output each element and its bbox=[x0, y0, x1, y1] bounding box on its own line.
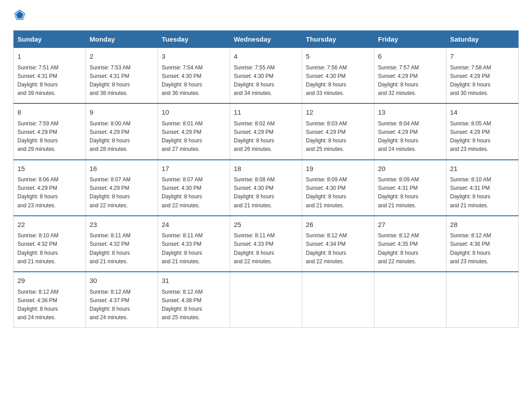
calendar-day-cell: 26Sunrise: 8:12 AMSunset: 4:34 PMDayligh… bbox=[302, 216, 374, 272]
header-saturday: Saturday bbox=[446, 31, 519, 48]
day-number: 10 bbox=[162, 107, 226, 118]
day-info: Sunrise: 8:07 AMSunset: 4:30 PMDaylight:… bbox=[162, 176, 226, 210]
page-header bbox=[13, 9, 519, 21]
day-number: 22 bbox=[17, 220, 82, 230]
header-friday: Friday bbox=[374, 31, 446, 48]
day-number: 3 bbox=[162, 51, 226, 62]
calendar-day-cell: 7Sunrise: 7:58 AMSunset: 4:29 PMDaylight… bbox=[446, 48, 519, 104]
day-number: 9 bbox=[90, 107, 154, 118]
day-info: Sunrise: 8:01 AMSunset: 4:29 PMDaylight:… bbox=[162, 120, 226, 154]
day-number: 16 bbox=[90, 164, 154, 174]
day-number: 31 bbox=[162, 276, 226, 286]
calendar-day-cell: 8Sunrise: 7:59 AMSunset: 4:29 PMDaylight… bbox=[14, 103, 86, 159]
header-wednesday: Wednesday bbox=[230, 31, 302, 48]
day-info: Sunrise: 8:12 AMSunset: 4:37 PMDaylight:… bbox=[90, 288, 154, 322]
day-info: Sunrise: 8:00 AMSunset: 4:29 PMDaylight:… bbox=[90, 120, 154, 154]
calendar-day-cell bbox=[374, 272, 446, 328]
day-info: Sunrise: 8:10 AMSunset: 4:31 PMDaylight:… bbox=[450, 176, 515, 210]
calendar-header-row: Sunday Monday Tuesday Wednesday Thursday… bbox=[14, 31, 519, 48]
day-info: Sunrise: 8:11 AMSunset: 4:32 PMDaylight:… bbox=[90, 231, 154, 266]
calendar-day-cell: 19Sunrise: 8:09 AMSunset: 4:30 PMDayligh… bbox=[302, 160, 374, 216]
day-info: Sunrise: 7:57 AMSunset: 4:29 PMDaylight:… bbox=[378, 64, 442, 98]
calendar-day-cell bbox=[302, 272, 374, 328]
calendar-day-cell: 3Sunrise: 7:54 AMSunset: 4:30 PMDaylight… bbox=[158, 48, 230, 104]
day-info: Sunrise: 8:12 AMSunset: 4:38 PMDaylight:… bbox=[162, 288, 226, 322]
calendar-day-cell: 11Sunrise: 8:02 AMSunset: 4:29 PMDayligh… bbox=[230, 103, 302, 159]
calendar-table: Sunday Monday Tuesday Wednesday Thursday… bbox=[13, 30, 519, 328]
day-number: 6 bbox=[378, 51, 442, 62]
day-info: Sunrise: 8:07 AMSunset: 4:29 PMDaylight:… bbox=[90, 176, 154, 210]
day-info: Sunrise: 8:11 AMSunset: 4:33 PMDaylight:… bbox=[162, 231, 226, 266]
calendar-week-row: 22Sunrise: 8:10 AMSunset: 4:32 PMDayligh… bbox=[14, 216, 519, 272]
day-number: 14 bbox=[450, 107, 515, 118]
calendar-day-cell: 20Sunrise: 8:09 AMSunset: 4:31 PMDayligh… bbox=[374, 160, 446, 216]
calendar-day-cell: 21Sunrise: 8:10 AMSunset: 4:31 PMDayligh… bbox=[446, 160, 519, 216]
day-number: 1 bbox=[17, 51, 82, 62]
calendar-day-cell: 1Sunrise: 7:51 AMSunset: 4:31 PMDaylight… bbox=[14, 48, 86, 104]
day-info: Sunrise: 7:58 AMSunset: 4:29 PMDaylight:… bbox=[450, 64, 515, 98]
day-number: 26 bbox=[306, 220, 370, 230]
day-info: Sunrise: 8:03 AMSunset: 4:29 PMDaylight:… bbox=[306, 120, 370, 154]
day-number: 21 bbox=[450, 164, 515, 174]
day-number: 19 bbox=[306, 164, 370, 174]
day-number: 30 bbox=[90, 276, 154, 286]
calendar-day-cell: 5Sunrise: 7:56 AMSunset: 4:30 PMDaylight… bbox=[302, 48, 374, 104]
day-number: 7 bbox=[450, 51, 515, 62]
calendar-day-cell bbox=[446, 272, 519, 328]
calendar-day-cell: 18Sunrise: 8:08 AMSunset: 4:30 PMDayligh… bbox=[230, 160, 302, 216]
day-info: Sunrise: 7:54 AMSunset: 4:30 PMDaylight:… bbox=[162, 64, 226, 98]
header-monday: Monday bbox=[86, 31, 158, 48]
day-number: 11 bbox=[234, 107, 298, 118]
day-number: 18 bbox=[234, 164, 298, 174]
day-info: Sunrise: 8:04 AMSunset: 4:29 PMDaylight:… bbox=[378, 120, 442, 154]
calendar-day-cell bbox=[230, 272, 302, 328]
calendar-day-cell: 4Sunrise: 7:55 AMSunset: 4:30 PMDaylight… bbox=[230, 48, 302, 104]
calendar-day-cell: 30Sunrise: 8:12 AMSunset: 4:37 PMDayligh… bbox=[86, 272, 158, 328]
day-info: Sunrise: 7:59 AMSunset: 4:29 PMDaylight:… bbox=[17, 120, 82, 154]
header-sunday: Sunday bbox=[14, 31, 86, 48]
calendar-week-row: 15Sunrise: 8:06 AMSunset: 4:29 PMDayligh… bbox=[14, 160, 519, 216]
day-info: Sunrise: 8:11 AMSunset: 4:33 PMDaylight:… bbox=[234, 231, 298, 266]
calendar-day-cell: 22Sunrise: 8:10 AMSunset: 4:32 PMDayligh… bbox=[14, 216, 86, 272]
header-tuesday: Tuesday bbox=[158, 31, 230, 48]
calendar-day-cell: 6Sunrise: 7:57 AMSunset: 4:29 PMDaylight… bbox=[374, 48, 446, 104]
day-info: Sunrise: 7:56 AMSunset: 4:30 PMDaylight:… bbox=[306, 64, 370, 98]
calendar-day-cell: 10Sunrise: 8:01 AMSunset: 4:29 PMDayligh… bbox=[158, 103, 230, 159]
calendar-day-cell: 9Sunrise: 8:00 AMSunset: 4:29 PMDaylight… bbox=[86, 103, 158, 159]
calendar-day-cell: 27Sunrise: 8:12 AMSunset: 4:35 PMDayligh… bbox=[374, 216, 446, 272]
day-info: Sunrise: 8:06 AMSunset: 4:29 PMDaylight:… bbox=[17, 176, 82, 210]
day-number: 29 bbox=[17, 276, 82, 286]
calendar-day-cell: 13Sunrise: 8:04 AMSunset: 4:29 PMDayligh… bbox=[374, 103, 446, 159]
day-info: Sunrise: 8:02 AMSunset: 4:29 PMDaylight:… bbox=[234, 120, 298, 154]
day-info: Sunrise: 7:51 AMSunset: 4:31 PMDaylight:… bbox=[17, 64, 82, 98]
calendar-day-cell: 15Sunrise: 8:06 AMSunset: 4:29 PMDayligh… bbox=[14, 160, 86, 216]
day-number: 13 bbox=[378, 107, 442, 118]
day-number: 8 bbox=[17, 107, 82, 118]
day-info: Sunrise: 8:09 AMSunset: 4:30 PMDaylight:… bbox=[306, 176, 370, 210]
calendar-week-row: 1Sunrise: 7:51 AMSunset: 4:31 PMDaylight… bbox=[14, 48, 519, 104]
day-number: 24 bbox=[162, 220, 226, 230]
day-info: Sunrise: 8:10 AMSunset: 4:32 PMDaylight:… bbox=[17, 231, 82, 266]
calendar-day-cell: 2Sunrise: 7:53 AMSunset: 4:31 PMDaylight… bbox=[86, 48, 158, 104]
day-info: Sunrise: 8:09 AMSunset: 4:31 PMDaylight:… bbox=[378, 176, 442, 210]
day-info: Sunrise: 7:55 AMSunset: 4:30 PMDaylight:… bbox=[234, 64, 298, 98]
calendar-week-row: 29Sunrise: 8:12 AMSunset: 4:36 PMDayligh… bbox=[14, 272, 519, 328]
day-number: 23 bbox=[90, 220, 154, 230]
calendar-day-cell: 29Sunrise: 8:12 AMSunset: 4:36 PMDayligh… bbox=[14, 272, 86, 328]
calendar-day-cell: 16Sunrise: 8:07 AMSunset: 4:29 PMDayligh… bbox=[86, 160, 158, 216]
day-number: 4 bbox=[234, 51, 298, 62]
calendar-day-cell: 28Sunrise: 8:12 AMSunset: 4:36 PMDayligh… bbox=[446, 216, 519, 272]
calendar-week-row: 8Sunrise: 7:59 AMSunset: 4:29 PMDaylight… bbox=[14, 103, 519, 159]
day-number: 5 bbox=[306, 51, 370, 62]
day-number: 20 bbox=[378, 164, 442, 174]
calendar-day-cell: 12Sunrise: 8:03 AMSunset: 4:29 PMDayligh… bbox=[302, 103, 374, 159]
logo-icon bbox=[13, 8, 26, 21]
day-info: Sunrise: 8:12 AMSunset: 4:36 PMDaylight:… bbox=[450, 231, 515, 266]
calendar-day-cell: 24Sunrise: 8:11 AMSunset: 4:33 PMDayligh… bbox=[158, 216, 230, 272]
header-thursday: Thursday bbox=[302, 31, 374, 48]
calendar-day-cell: 25Sunrise: 8:11 AMSunset: 4:33 PMDayligh… bbox=[230, 216, 302, 272]
calendar-day-cell: 31Sunrise: 8:12 AMSunset: 4:38 PMDayligh… bbox=[158, 272, 230, 328]
day-info: Sunrise: 8:12 AMSunset: 4:36 PMDaylight:… bbox=[17, 288, 82, 322]
day-number: 17 bbox=[162, 164, 226, 174]
logo bbox=[13, 9, 29, 21]
